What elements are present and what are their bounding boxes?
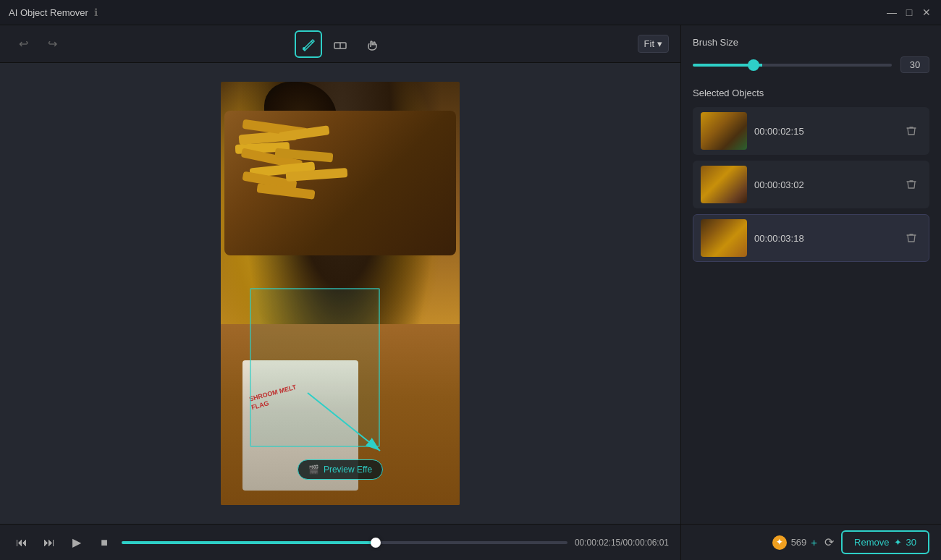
wooden-tray — [224, 111, 456, 255]
object-thumb-1 — [701, 112, 747, 150]
credits-add-button[interactable]: + — [811, 536, 817, 548]
toolbar: ↩ ↪ — [0, 25, 680, 63]
panel-content: Brush Size 30 Selected Objects 00:00:02:… — [681, 25, 941, 524]
delete-object-3-button[interactable] — [901, 228, 921, 248]
remove-label: Remove — [854, 537, 889, 548]
credits-icon: ✦ — [772, 535, 787, 550]
fries-container — [235, 118, 445, 212]
selected-objects-label: Selected Objects — [693, 88, 929, 98]
object-item-3[interactable]: 00:00:03:18 — [693, 214, 929, 262]
preview-effect-button[interactable]: 🎬 Preview Effe — [298, 459, 383, 480]
title-bar: AI Object Remover ℹ — □ ✕ — [0, 0, 941, 25]
object-time-3: 00:00:03:18 — [754, 233, 894, 244]
hand-icon — [365, 37, 379, 51]
center-area: ↩ ↪ — [0, 25, 680, 560]
app-title: AI Object Remover — [9, 7, 88, 18]
maximize-button[interactable]: □ — [903, 7, 915, 18]
action-bar: ✦ 569 + ⟳ Remove ✦ 30 — [681, 524, 941, 560]
playback-bar: ⏮ ⏭ ▶ ■ 00:00:02:15/00:00:06:01 — [0, 524, 680, 560]
step-back-button[interactable]: ⏭ — [39, 533, 59, 553]
main-layout: ↩ ↪ — [0, 25, 941, 560]
toolbar-tools — [295, 30, 386, 58]
object-item-1[interactable]: 00:00:02:15 — [693, 107, 929, 155]
toolbar-history: ↩ ↪ — [12, 33, 64, 56]
preview-label: Preview Effe — [324, 464, 372, 475]
object-time-1: 00:00:02:15 — [754, 126, 894, 137]
title-bar-left: AI Object Remover ℹ — [9, 7, 98, 18]
credits-count: 569 — [791, 537, 807, 548]
skip-back-button[interactable]: ⏮ — [12, 533, 32, 553]
brush-size-label: Brush Size — [693, 37, 929, 48]
object-item-2[interactable]: 00:00:03:02 — [693, 161, 929, 208]
eraser-tool-button[interactable] — [326, 30, 354, 58]
timeline-track[interactable] — [122, 541, 567, 544]
window-controls: — □ ✕ — [886, 7, 932, 18]
remove-count: 30 — [906, 537, 916, 548]
toolbar-fit: Fit ▾ — [638, 35, 669, 53]
trash-icon-3 — [906, 232, 917, 244]
info-icon[interactable]: ℹ — [94, 7, 98, 18]
trash-icon-1 — [906, 125, 917, 137]
brush-size-section: Brush Size 30 — [693, 37, 929, 73]
brush-tool-button[interactable] — [295, 30, 322, 58]
objects-list: 00:00:02:15 00:00:03:02 — [693, 107, 929, 262]
brush-size-input[interactable]: 30 — [900, 56, 929, 73]
timeline-thumb[interactable] — [371, 538, 381, 548]
remove-button[interactable]: Remove ✦ 30 — [841, 530, 929, 554]
trash-icon-2 — [906, 179, 917, 190]
remove-icon: ✦ — [894, 537, 902, 548]
undo-button[interactable]: ↩ — [12, 33, 35, 56]
credits-display: ✦ 569 + — [772, 535, 817, 550]
object-time-2: 00:00:03:02 — [754, 179, 894, 190]
play-button[interactable]: ▶ — [67, 533, 87, 553]
time-display: 00:00:02:15/00:00:06:01 — [575, 538, 669, 548]
delete-object-2-button[interactable] — [901, 174, 921, 195]
teal-selection-overlay — [250, 288, 380, 447]
refresh-button[interactable]: ⟳ — [824, 535, 834, 549]
object-thumb-3 — [701, 219, 747, 257]
pan-tool-button[interactable] — [358, 30, 386, 58]
selected-objects-section: Selected Objects 00:00:02:15 — [693, 88, 929, 262]
svg-line-1 — [311, 41, 313, 43]
minimize-button[interactable]: — — [886, 7, 898, 18]
brush-slider-row: 30 — [693, 56, 929, 73]
redo-button[interactable]: ↪ — [41, 33, 64, 56]
delete-object-1-button[interactable] — [901, 121, 921, 141]
brush-size-slider[interactable] — [693, 64, 892, 67]
right-panel: Brush Size 30 Selected Objects 00:00:02:… — [680, 25, 941, 560]
eraser-icon — [333, 37, 347, 51]
food-background: SHROOM MELTFLAG — [221, 82, 460, 505]
video-preview: SHROOM MELTFLAG — [221, 82, 460, 505]
canvas-area: SHROOM MELTFLAG — [0, 63, 680, 524]
object-thumb-2 — [701, 166, 747, 203]
svg-point-0 — [303, 47, 305, 50]
stop-button[interactable]: ■ — [94, 533, 114, 553]
fit-select[interactable]: Fit ▾ — [638, 35, 669, 53]
brush-icon — [301, 37, 316, 51]
timeline-fill — [122, 541, 376, 544]
close-button[interactable]: ✕ — [921, 7, 932, 18]
preview-icon: 🎬 — [308, 464, 319, 475]
